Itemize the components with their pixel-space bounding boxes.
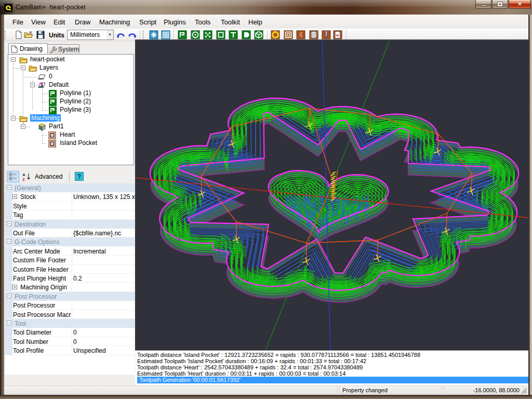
svg-text:NC: NC <box>336 34 341 37</box>
svg-text:A: A <box>22 172 25 177</box>
svg-text:Z: Z <box>22 177 25 181</box>
